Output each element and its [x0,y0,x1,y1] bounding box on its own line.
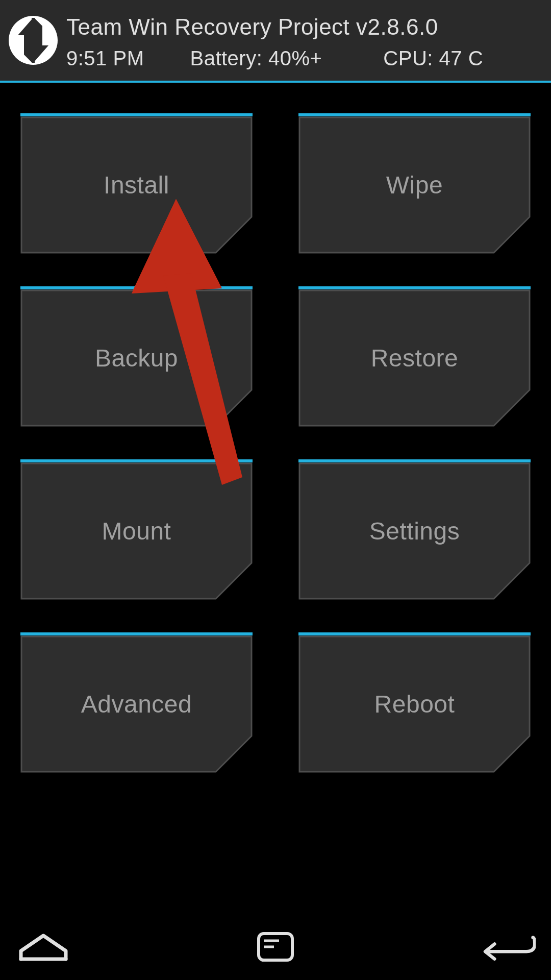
install-label: Install [104,171,169,199]
app-title: Team Win Recovery Project v2.8.6.0 [66,14,541,40]
restore-label: Restore [371,344,459,372]
menu-grid: Install Wipe Backup Restore Mount [20,113,531,773]
advanced-label: Advanced [81,690,192,718]
nav-home-button[interactable] [15,926,71,967]
settings-button[interactable]: Settings [298,459,531,600]
wipe-button[interactable]: Wipe [298,113,531,254]
twrp-logo [0,0,66,81]
status-battery: Battery: 40%+ [190,47,322,70]
back-icon [480,932,536,962]
status-line: 9:51 PM Battery: 40%+ CPU: 47 C [66,47,541,70]
main-area: Install Wipe Backup Restore Mount [0,83,551,773]
svg-rect-16 [259,934,292,960]
reboot-button[interactable]: Reboot [298,632,531,773]
mount-label: Mount [102,517,171,545]
backup-label: Backup [95,344,178,372]
restore-button[interactable]: Restore [298,286,531,427]
install-button[interactable]: Install [20,113,253,254]
backup-button[interactable]: Backup [20,286,253,427]
twrp-logo-icon [8,15,59,66]
advanced-button[interactable]: Advanced [20,632,253,773]
status-time: 9:51 PM [66,47,144,70]
nav-back-button[interactable] [480,926,536,967]
wipe-label: Wipe [386,171,443,199]
nav-console-button[interactable] [247,926,304,967]
status-cpu: CPU: 47 C [383,47,483,70]
header-bar: Team Win Recovery Project v2.8.6.0 9:51 … [0,0,551,83]
console-icon [257,932,294,962]
mount-button[interactable]: Mount [20,459,253,600]
settings-label: Settings [369,517,460,545]
bottom-nav [0,919,551,980]
reboot-label: Reboot [374,690,455,718]
home-icon [18,932,69,962]
